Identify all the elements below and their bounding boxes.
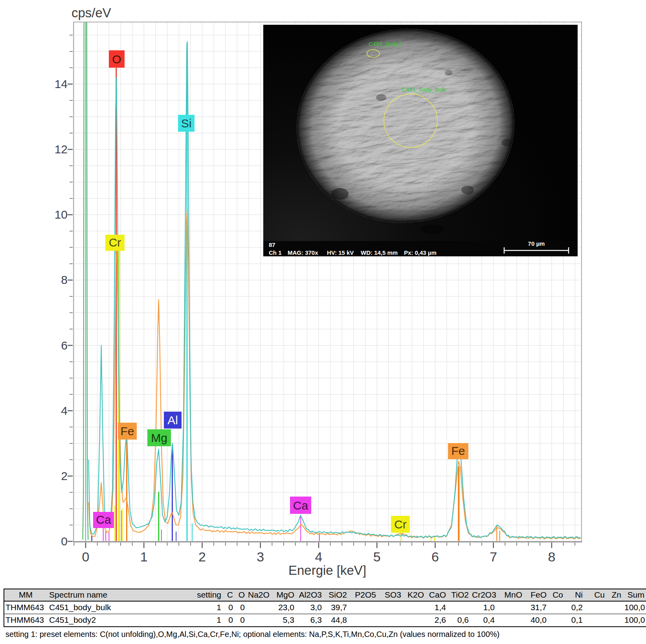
cell-Zn [607,601,623,614]
cell-Cu [585,601,607,614]
column-header-Sum: Sum [623,589,646,601]
column-header-C: C [223,589,235,601]
sem-frame-number: 87 [269,241,275,248]
column-header-MgO: MgO [271,589,296,601]
column-header-SO3: SO3 [378,589,403,601]
x-tick-label: 3 [257,549,264,564]
element-label-text-Fe: Fe [451,444,465,457]
cell-Sum: 100,0 [623,614,646,627]
column-header-P2O5: P2O5 [349,589,378,601]
cell-Spectrum-name: C451_body_bulk [48,601,193,614]
y-tick-label: 0 [61,535,68,548]
sem-hv: HV: 15 kV [327,249,354,256]
column-header-Zn: Zn [607,589,623,601]
element-label-text-Ca: Ca [96,513,111,526]
x-tick-label: 2 [198,549,206,564]
quantification-table: MMSpectrum namesettingCONa2OMgOAl2O3SiO2… [4,589,646,627]
sem-channel: Ch 1 [269,249,282,256]
column-header-Al2O3: Al2O3 [296,589,324,601]
sem-scale-label: 70 µm [528,240,545,247]
element-label-text-Al: Al [167,414,178,427]
column-header-K2O: K2O [403,589,426,601]
cell-FeO: 31,7 [524,601,549,614]
cell-Sum: 100,0 [623,601,646,614]
x-axis-title: Energie [keV] [288,563,366,578]
table-header-row: MMSpectrum namesettingCONa2OMgOAl2O3SiO2… [4,589,646,601]
cell-MgO: 5,3 [271,614,296,627]
cell-MnO [497,601,524,614]
cell-CaO: 2,6 [426,614,448,627]
cell-Al2O3: 6,3 [296,614,324,627]
sem-inset-image: C451_body2 C451_body_bulk 87 Ch 1 MAG: 3… [263,18,578,256]
y-tick-label: 14 [55,77,68,90]
sem-wd: WD: 14,5 mm [361,249,398,256]
cell-K2O [403,614,426,627]
cell-SiO2: 44,8 [324,614,349,627]
quantification-table-area: MMSpectrum namesettingCONa2OMgOAl2O3SiO2… [4,589,642,639]
cell-Ni: 0,1 [565,614,585,627]
cell-setting: 1 [193,601,223,614]
column-header-FeO: FeO [524,589,549,601]
element-label-text-O: O [112,53,121,66]
cell-Zn [607,614,623,627]
cell-O: 0 [235,614,247,627]
column-header-Co: Co [549,589,565,601]
column-header-TiO2: TiO2 [448,589,471,601]
y-tick-label: 4 [61,404,68,417]
x-tick-label: 0 [82,549,90,564]
column-header-O: O [235,589,247,601]
column-header-MnO: MnO [497,589,524,601]
cell-TiO2 [448,601,471,614]
eds-spectrum-chart: 01234567802468101214 OSiCrFeMgAlCaCaCrFe… [0,0,646,587]
cell-Na2O [247,614,271,627]
y-tick-label: 12 [55,143,68,156]
cell-Na2O [247,601,271,614]
cell-MM: THMM643 [4,601,48,614]
column-header-CaO: CaO [426,589,448,601]
element-label-text-Cr: Cr [109,236,121,249]
cell-Al2O3: 3,0 [296,601,324,614]
column-header-SiO2: SiO2 [324,589,349,601]
column-header-setting: setting [193,589,223,601]
x-tick-label: 1 [140,549,148,564]
cell-K2O [403,601,426,614]
sem-px: Px: 0,43 µm [404,249,437,256]
cell-MnO [497,614,524,627]
cell-SiO2: 39,7 [324,601,349,614]
y-tick-label: 8 [61,273,68,286]
cell-Co [549,614,565,627]
cell-MgO: 23,0 [271,601,296,614]
element-label-text-Si: Si [181,117,192,130]
y-axis-title: cps/eV [72,6,111,20]
element-label-text-Mg: Mg [151,431,167,444]
table-row-C451_body_bulk: THMM643C451_body_bulk10023,03,039,71,41,… [4,601,646,614]
element-label-text-Cr: Cr [394,518,407,531]
column-header-Na2O: Na2O [247,589,271,601]
cell-O: 0 [235,601,247,614]
cell-P2O5 [349,601,378,614]
column-header-Cu: Cu [585,589,607,601]
x-tick-label: 8 [548,549,555,564]
column-header-Spectrum-name: Spectrum name [48,589,193,601]
cell-CaO: 1,4 [426,601,448,614]
cell-setting: 1 [193,614,223,627]
sem-annotation-body2: C451_body2 [369,40,402,47]
cell-P2O5 [349,614,378,627]
y-tick-label: 2 [61,469,68,482]
element-label-text-Ca: Ca [293,499,308,512]
cell-Cr2O3: 1,0 [471,601,497,614]
cell-SO3 [378,601,403,614]
table-row-C451_body2: THMM643C451_body21005,36,344,82,60,60,44… [4,614,646,627]
x-tick-label: 7 [490,549,497,564]
x-tick-label: 4 [315,549,323,564]
y-tick-label: 6 [61,339,68,352]
cell-SO3 [378,614,403,627]
cell-Spectrum-name: C451_body2 [48,614,193,627]
cell-Cu [585,614,607,627]
y-tick-label: 10 [55,208,68,221]
cell-TiO2: 0,6 [448,614,471,627]
element-label-text-Fe: Fe [120,425,134,438]
cell-Ni: 0,2 [565,601,585,614]
cell-FeO: 40,0 [524,614,549,627]
column-header-Cr2O3: Cr2O3 [471,589,497,601]
